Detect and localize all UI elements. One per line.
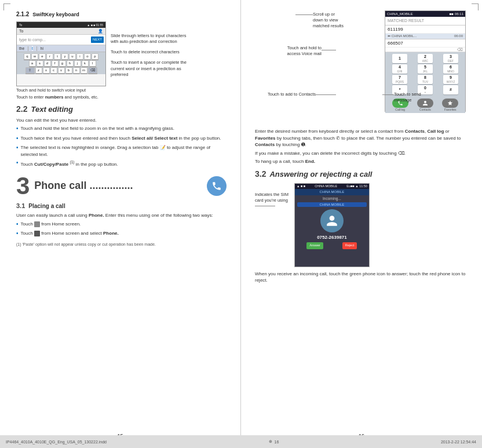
dialer-section: CHINA_MOBILE ■■06:11 MATCHED RESULT 6111…: [255, 10, 466, 123]
touch-hold-label: Touch and hold to switch voice input: [16, 88, 86, 93]
section-212-title: SwiftKey keyboard: [32, 11, 79, 19]
bullet-31-1: • Touch from Home screen.: [16, 221, 227, 229]
incoming-call-screen: ▲ ■ ■ CHINA MOBILE Eu■■ ▲ 11:50 CHINA MO…: [294, 183, 370, 267]
bullet-22-2: • Touch twice the text you have entered …: [16, 135, 227, 143]
section-31-title: Placing a call: [28, 202, 65, 210]
section-22-title: Text editing: [31, 104, 72, 115]
footnote: (1) 'Paste' option will not appear unles…: [16, 242, 227, 247]
page-container: 2.1.2 SwiftKey keyboard To ▲ ■ ■ 01:55: [0, 0, 482, 448]
bullet-22-3: • The selected text is now highlighted i…: [16, 144, 227, 158]
section-31-body3: To hang up a call, touch End.: [255, 158, 466, 165]
section-212: 2.1.2 SwiftKey keyboard To ▲ ■ ■ 01:55: [16, 10, 227, 100]
section-31-intro: User can easily launch a call using Phon…: [16, 212, 227, 219]
bullet-22-1: • Touch and hold the text field to zoom …: [16, 125, 227, 133]
bullet-22-4: • Touch Cut/Copy/Paste (1) in the pop up…: [16, 159, 227, 167]
section-22-number: 2.2: [16, 104, 27, 115]
section-31-body: Enter the desired number from keyboard d…: [255, 128, 466, 148]
right-page: CHINA_MOBILE ■■06:11 MATCHED RESULT 6111…: [241, 0, 482, 448]
chapter-3-number: 3: [16, 174, 30, 198]
add-contacts-annotation: Touch to add to Contacts: [268, 92, 316, 97]
footer-page-ref: 16: [275, 440, 279, 444]
section-32-title: Answering or rejecting a call: [269, 169, 372, 180]
section-32-body: When you receive an incoming call, touch…: [255, 271, 466, 284]
section-212-number: 2.1.2: [16, 10, 29, 19]
footer-right: 2013-2-22 12:54:44: [441, 440, 476, 444]
section-32: 3.2 Answering or rejecting a call Indica…: [255, 169, 466, 284]
section-31-number: 3.1: [16, 202, 25, 210]
left-page: 2.1.2 SwiftKey keyboard To ▲ ■ ■ 01:55: [0, 0, 241, 448]
annotation-slide: Slide through letters to input character…: [111, 33, 187, 45]
chapter-3-banner: 3 Phone call ...............: [16, 174, 227, 198]
section-31-body2: If you make a mistake, you can delete th…: [255, 150, 466, 157]
chapter-3-title: Phone call ...............: [34, 180, 133, 191]
corner-tr: [472, 3, 479, 10]
section-31: 3.1 Placing a call User can easily launc…: [16, 202, 227, 238]
phone-call-icon: [207, 176, 227, 196]
footer-cross-icon: ⊕: [269, 439, 272, 444]
section-22: 2.2 Text editing You can edit the text y…: [16, 104, 227, 168]
voicemail-annotation: Touch and hold toaccess Voice mail: [287, 45, 322, 56]
section-32-number: 3.2: [255, 169, 266, 180]
section-22-intro: You can edit the text you have entered.: [16, 117, 227, 124]
sim-card-annotation: Indicates the SIMcard you're using: [255, 192, 289, 203]
footer-bar: IP4464_4010A_4010E_QG_Eng_USA_05_130222.…: [0, 435, 482, 448]
corner-tl: [3, 3, 10, 10]
keyboard-screenshot: To ▲ ■ ■ 01:55 To 👤 type to comp...: [16, 21, 106, 86]
footer-center: ⊕ 16: [269, 439, 279, 444]
reject-button[interactable]: Reject: [342, 242, 357, 249]
incoming-number: 0752-2639871: [295, 234, 369, 241]
answer-button[interactable]: Answer: [306, 242, 323, 249]
scroll-annotation: Scroll up ordown to viewmatched results: [313, 12, 344, 28]
annotation-delete: Touch to delete incorrect characters: [111, 49, 187, 55]
annotation-space: Touch to insert a space or complete thec…: [111, 60, 187, 77]
footer-left: IP4464_4010A_4010E_QG_Eng_USA_05_130222.…: [6, 440, 107, 444]
bullet-31-2: • Touch from Home screen and select Phon…: [16, 230, 227, 238]
